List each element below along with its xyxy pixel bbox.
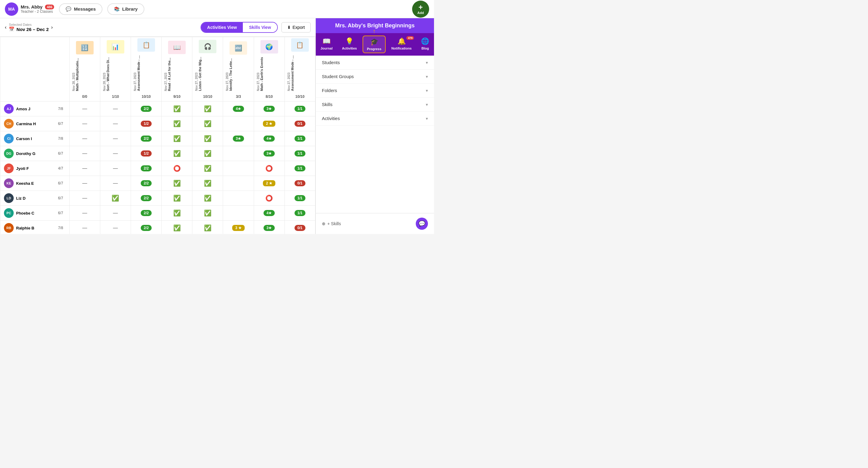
score-cell[interactable]: ⭕: [162, 161, 192, 176]
score-cell[interactable]: 4★: [254, 206, 284, 221]
score-cell[interactable]: 3★: [254, 146, 284, 161]
skills-view-button[interactable]: Skills View: [243, 23, 277, 32]
score-cell[interactable]: ✅: [192, 146, 223, 161]
activities-view-button[interactable]: Activities View: [201, 23, 243, 32]
score-cell[interactable]: 1/2: [131, 146, 161, 161]
chat-button[interactable]: 💬: [416, 218, 428, 230]
score-cell[interactable]: —: [69, 161, 100, 176]
score-cell[interactable]: 2/2: [131, 176, 161, 191]
library-button[interactable]: 📚 Library: [107, 3, 144, 15]
score-cell[interactable]: —: [100, 161, 131, 176]
score-cell[interactable]: 4★: [223, 101, 254, 116]
activity-title: Nov 27, 2023 Identify - The Lette...: [224, 56, 234, 93]
score-cell[interactable]: 2/2: [131, 206, 161, 221]
score-cell[interactable]: ✅: [192, 116, 223, 131]
score-cell[interactable]: 1/1: [284, 206, 315, 221]
score-cell[interactable]: —: [100, 101, 131, 116]
score-cell[interactable]: ✅: [192, 101, 223, 116]
score-cell[interactable]: 1/1: [284, 101, 315, 116]
score-cell[interactable]: [223, 206, 254, 221]
section-label: Skills: [322, 102, 333, 107]
score-cell[interactable]: 2 ★: [254, 176, 284, 191]
score-cell[interactable]: 3 ★: [223, 221, 254, 234]
score-cell[interactable]: —: [100, 176, 131, 191]
next-date-button[interactable]: ›: [51, 25, 53, 30]
export-button[interactable]: ⬇ Export: [281, 22, 311, 33]
sidebar-section-students[interactable]: Students ▾: [316, 56, 434, 70]
score-cell[interactable]: ⭕: [254, 161, 284, 176]
score-cell[interactable]: —: [69, 131, 100, 146]
score-cell[interactable]: 1/1: [284, 161, 315, 176]
score-cell[interactable]: —: [69, 191, 100, 206]
score-cell[interactable]: —: [69, 146, 100, 161]
score-cell[interactable]: —: [69, 221, 100, 234]
score-cell[interactable]: ⭕: [254, 191, 284, 206]
student-cell: PC Phoebe C 6/7: [0, 206, 70, 221]
score-cell[interactable]: ✅: [162, 206, 192, 221]
score-cell[interactable]: 0/1: [284, 176, 315, 191]
score-cell[interactable]: [223, 161, 254, 176]
sidebar-nav-journal[interactable]: 📖 Journal: [317, 36, 336, 53]
score-cell[interactable]: ✅: [162, 101, 192, 116]
score-cell[interactable]: —: [69, 116, 100, 131]
score-cell[interactable]: ✅: [162, 221, 192, 234]
green-score-badge: 2/2: [141, 210, 152, 216]
score-cell[interactable]: —: [100, 116, 131, 131]
score-cell[interactable]: —: [69, 176, 100, 191]
prev-date-button[interactable]: ‹: [5, 25, 6, 30]
activity-thumbnail: 🌍: [260, 40, 278, 54]
sidebar-nav-notifications[interactable]: 479 🔔 Notifications: [388, 36, 415, 53]
score-cell[interactable]: ✅: [162, 116, 192, 131]
score-cell[interactable]: ✅: [162, 131, 192, 146]
score-cell[interactable]: —: [100, 146, 131, 161]
score-cell[interactable]: ✅: [162, 191, 192, 206]
score-cell[interactable]: ✅: [100, 191, 131, 206]
plus-icon: +: [418, 4, 423, 11]
sidebar-section-skills[interactable]: Skills ▾: [316, 98, 434, 112]
score-cell[interactable]: 4★: [254, 131, 284, 146]
score-cell[interactable]: 2/2: [131, 191, 161, 206]
score-cell[interactable]: —: [69, 206, 100, 221]
score-cell[interactable]: ✅: [192, 131, 223, 146]
score-cell[interactable]: [223, 116, 254, 131]
sidebar-nav-activities[interactable]: 💡 Activities: [338, 36, 361, 53]
score-cell[interactable]: 0/1: [284, 221, 315, 234]
score-cell[interactable]: ✅: [162, 176, 192, 191]
score-cell[interactable]: [223, 191, 254, 206]
score-cell[interactable]: 1/1: [284, 146, 315, 161]
score-cell[interactable]: 3★: [223, 131, 254, 146]
score-cell[interactable]: 1/1: [284, 191, 315, 206]
avatar: MA: [5, 2, 18, 16]
dash-indicator: —: [113, 181, 118, 186]
score-cell[interactable]: ✅: [162, 146, 192, 161]
score-cell[interactable]: 0/1: [284, 116, 315, 131]
score-cell[interactable]: 2/2: [131, 131, 161, 146]
score-cell[interactable]: 2/2: [131, 101, 161, 116]
score-cell[interactable]: 3★: [254, 101, 284, 116]
score-cell[interactable]: [223, 146, 254, 161]
sidebar-section-activities[interactable]: Activities ▾: [316, 112, 434, 126]
add-button[interactable]: + Add: [412, 1, 429, 18]
score-cell[interactable]: 1/2: [131, 116, 161, 131]
score-cell[interactable]: —: [100, 206, 131, 221]
sidebar-nav-blog[interactable]: 🌐 Blog: [417, 36, 433, 53]
score-cell[interactable]: 2/2: [131, 221, 161, 234]
add-skills-button[interactable]: ⊕ + Skills: [322, 221, 341, 226]
score-cell[interactable]: [223, 176, 254, 191]
sidebar-section-student-groups[interactable]: Student Groups ▾: [316, 70, 434, 84]
score-cell[interactable]: ✅: [192, 161, 223, 176]
score-cell[interactable]: 3★: [254, 221, 284, 234]
sidebar-nav-progress[interactable]: ↑ 🎓 Progress: [363, 36, 386, 53]
score-cell[interactable]: 2 ★: [254, 116, 284, 131]
score-cell[interactable]: ✅: [192, 206, 223, 221]
score-cell[interactable]: —: [69, 101, 100, 116]
score-cell[interactable]: 2/2: [131, 161, 161, 176]
score-cell[interactable]: ✅: [192, 221, 223, 234]
score-cell[interactable]: —: [100, 131, 131, 146]
score-cell[interactable]: ✅: [192, 191, 223, 206]
messages-button[interactable]: 💬 Messages: [59, 3, 102, 15]
score-cell[interactable]: —: [100, 221, 131, 234]
score-cell[interactable]: ✅: [192, 176, 223, 191]
sidebar-section-folders[interactable]: Folders ▾: [316, 84, 434, 98]
score-cell[interactable]: 1/1: [284, 131, 315, 146]
